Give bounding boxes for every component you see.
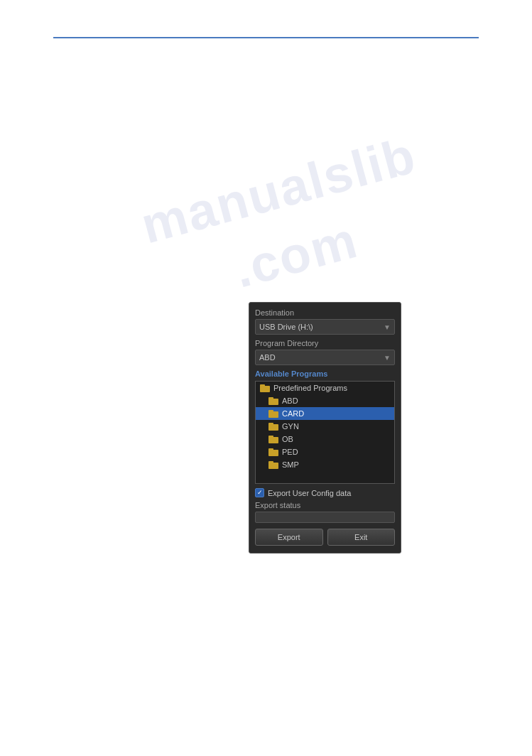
list-item-card[interactable]: CARD [256, 407, 394, 420]
program-directory-label: Program Directory [255, 339, 395, 347]
program-item-label: Predefined Programs [273, 384, 347, 392]
destination-value: USB Drive (H:\) [259, 323, 313, 331]
destination-arrow-icon: ▼ [384, 323, 391, 331]
destination-label: Destination [255, 308, 395, 317]
folder-icon [268, 448, 278, 456]
list-item[interactable]: GYN [256, 420, 394, 433]
exit-button[interactable]: Exit [327, 529, 396, 546]
program-item-label: SMP [282, 460, 299, 469]
export-status-label: Export status [255, 501, 395, 509]
list-item[interactable]: ABD [256, 394, 394, 407]
destination-input[interactable]: USB Drive (H:\) ▼ [255, 319, 395, 335]
program-item-label: CARD [282, 409, 304, 418]
export-user-config-checkbox[interactable] [255, 488, 264, 497]
folder-icon [260, 384, 270, 392]
program-directory-value: ABD [259, 353, 276, 362]
export-user-config-row[interactable]: Export User Config data [255, 488, 395, 497]
list-item[interactable]: Predefined Programs [256, 382, 394, 394]
folder-icon [268, 423, 278, 431]
top-divider [53, 37, 479, 38]
program-directory-input[interactable]: ABD ▼ [255, 350, 395, 365]
program-item-label: OB [282, 435, 293, 443]
list-item[interactable]: SMP [256, 458, 394, 471]
program-item-label: ABD [282, 396, 298, 405]
buttons-row: Export Exit [255, 529, 395, 546]
folder-icon [268, 397, 278, 405]
programs-list[interactable]: Predefined Programs ABD CARD GYN OB [256, 382, 394, 483]
list-item[interactable]: OB [256, 433, 394, 446]
export-button[interactable]: Export [255, 529, 323, 546]
folder-icon [268, 461, 278, 469]
folder-icon [268, 436, 278, 443]
export-dialog: Destination USB Drive (H:\) ▼ Program Di… [249, 302, 401, 554]
export-user-config-label: Export User Config data [268, 489, 351, 497]
list-item[interactable]: PED [256, 446, 394, 458]
available-programs-label: Available Programs [255, 369, 395, 378]
program-item-label: PED [282, 448, 298, 456]
export-status-bar [255, 512, 395, 523]
folder-icon [268, 410, 278, 418]
programs-list-container: Predefined Programs ABD CARD GYN OB [255, 381, 395, 484]
program-item-label: GYN [282, 422, 299, 431]
program-directory-arrow-icon: ▼ [384, 354, 391, 362]
